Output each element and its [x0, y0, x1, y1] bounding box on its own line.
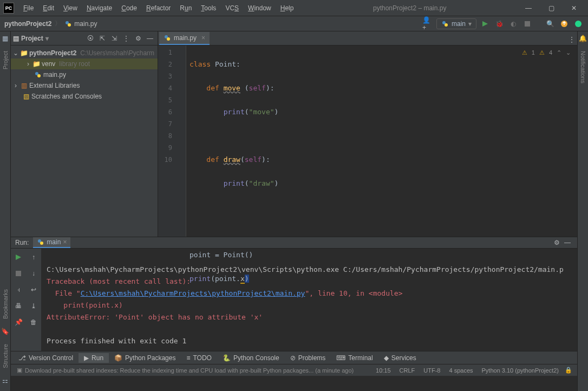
search-everywhere-button[interactable]: 🔍 — [545, 18, 556, 29]
scroll-to-end-icon[interactable]: ⤓ — [28, 301, 39, 311]
chevron-right-icon[interactable]: › — [25, 60, 31, 68]
line-number[interactable]: 9 — [158, 142, 172, 154]
line-number[interactable]: 7 — [158, 118, 172, 130]
chevron-down-icon[interactable]: ⌄ — [13, 49, 18, 57]
status-indent[interactable]: 4 spaces — [445, 367, 477, 374]
line-number[interactable]: 6 — [158, 106, 172, 118]
menu-window[interactable]: Window — [244, 3, 275, 13]
menu-tools[interactable]: Tools — [197, 3, 220, 13]
menu-file[interactable]: File — [19, 3, 37, 13]
stop-button[interactable] — [13, 268, 24, 279]
debug-button[interactable]: 🐞 — [494, 18, 505, 29]
hide-icon[interactable]: — — [145, 33, 155, 44]
breadcrumb-file[interactable]: main.py — [74, 20, 97, 28]
layout-icon[interactable]: ⫞ — [13, 284, 24, 295]
svg-rect-5 — [525, 21, 530, 27]
project-tree[interactable]: ⌄ 📁 pythonProject2 C:\Users\mshah\Pychar… — [11, 45, 158, 237]
show-options-icon[interactable]: ⋮ — [121, 33, 132, 44]
stop-button[interactable] — [522, 18, 533, 29]
line-number[interactable]: 3 — [158, 70, 172, 82]
editor-tabs-menu-icon[interactable]: ⋮ — [566, 34, 577, 45]
line-number[interactable]: 10 — [158, 154, 172, 166]
menu-navigate[interactable]: Navigate — [83, 3, 116, 13]
tree-venv[interactable]: › 📁 venv library root — [11, 58, 158, 69]
status-line-sep[interactable]: CRLF — [395, 367, 420, 374]
down-icon[interactable]: ↓ — [28, 268, 39, 279]
menu-help[interactable]: Help — [277, 3, 298, 13]
status-caret-pos[interactable]: 10:15 — [371, 367, 395, 374]
lock-icon[interactable]: 🔒 — [563, 365, 574, 376]
tw-run[interactable]: ▶Run — [79, 353, 109, 363]
add-user-icon[interactable]: 👤+ — [422, 18, 433, 29]
code-with-me-icon[interactable] — [573, 18, 584, 29]
up-icon[interactable]: ↑ — [28, 252, 39, 263]
status-encoding[interactable]: UTF-8 — [419, 367, 445, 374]
clear-all-icon[interactable]: 🗑 — [28, 317, 39, 328]
menu-vcs[interactable]: VCS — [221, 3, 243, 13]
project-tool-label[interactable]: Project — [2, 45, 9, 75]
tw-todo[interactable]: ≡TODO — [181, 353, 217, 363]
run-button[interactable] — [480, 18, 491, 29]
menu-code[interactable]: Code — [117, 3, 141, 13]
line-gutter[interactable]: 1 2 3 4 5 6 7 8 9 10 — [158, 45, 175, 237]
run-tool-title: Run: — [15, 239, 29, 246]
coverage-button[interactable]: ◐ — [508, 18, 519, 29]
menu-refactor[interactable]: Refactor — [142, 3, 174, 13]
line-number[interactable]: 8 — [158, 130, 172, 142]
minimize-button[interactable]: — — [522, 3, 535, 14]
run-configuration-selector[interactable]: main ▾ — [436, 18, 476, 29]
tw-version-control[interactable]: ⎇Version Control — [13, 353, 79, 363]
line-number[interactable]: 1 — [158, 47, 172, 58]
tree-external-libs[interactable]: › ▥ External Libraries — [11, 80, 158, 91]
code-area[interactable]: class Point: def move (self): print("mov… — [186, 45, 577, 237]
menu-run[interactable]: Run — [176, 3, 195, 13]
tw-packages[interactable]: 📦Python Packages — [109, 353, 181, 363]
editor-tab-main[interactable]: main.py × — [159, 32, 210, 45]
prev-highlight-icon[interactable]: ⌃ — [557, 47, 561, 58]
menu-view[interactable]: View — [60, 3, 81, 13]
ide-updates-icon[interactable] — [559, 18, 570, 29]
rerun-button[interactable] — [13, 252, 24, 263]
tw-terminal[interactable]: ⌨Terminal — [331, 353, 378, 363]
structure-icon[interactable]: ⚏ — [2, 377, 9, 385]
settings-icon[interactable]: ⚙ — [133, 33, 143, 44]
line-number[interactable]: 2 — [158, 58, 172, 70]
chevron-right-icon[interactable]: › — [13, 82, 18, 89]
chevron-down-icon[interactable]: ▾ — [45, 35, 49, 42]
breadcrumb[interactable]: pythonProject2 〉 main.py — [4, 19, 422, 28]
status-interpreter[interactable]: Python 3.10 (pythonProject2) — [478, 367, 563, 374]
notifications-label[interactable]: Notifications — [580, 45, 586, 89]
tree-main-file[interactable]: main.py — [11, 69, 158, 80]
soft-wrap-icon[interactable]: ↩ — [28, 284, 39, 295]
select-opened-file-icon[interactable]: ⦿ — [85, 33, 96, 44]
pin-icon[interactable]: 📌 — [13, 317, 24, 328]
menu-edit[interactable]: Edit — [39, 3, 58, 13]
close-tab-icon[interactable]: × — [63, 238, 67, 246]
tool-window-quick-access-icon[interactable]: ▣ — [14, 365, 25, 376]
notifications-icon[interactable]: 🔔 — [579, 35, 587, 42]
run-tab-main[interactable]: main × — [33, 237, 70, 248]
close-button[interactable]: ✕ — [567, 3, 580, 14]
tw-python-console[interactable]: 🐍Python Console — [217, 353, 285, 363]
project-tool-stripe[interactable]: ▦ — [2, 35, 9, 42]
breadcrumb-project[interactable]: pythonProject2 — [4, 20, 51, 28]
tw-problems[interactable]: ⊘Problems — [285, 353, 331, 363]
status-message[interactable]: Download pre-built shared indexes: Reduc… — [25, 367, 371, 374]
tree-root[interactable]: ⌄ 📁 pythonProject2 C:\Users\mshah\Pychar… — [11, 48, 158, 58]
structure-tool-label[interactable]: Structure — [2, 338, 9, 374]
collapse-all-icon[interactable]: ⇲ — [109, 33, 120, 44]
print-icon[interactable]: 🖶 — [13, 301, 24, 311]
next-highlight-icon[interactable]: ⌄ — [566, 47, 571, 58]
fold-gutter[interactable] — [175, 45, 186, 237]
line-number[interactable]: 5 — [158, 94, 172, 106]
tree-scratches[interactable]: ▧ Scratches and Consoles — [11, 91, 158, 102]
bookmarks-tool-label[interactable]: Bookmarks — [2, 284, 9, 324]
bookmark-icon[interactable]: 🔖 — [2, 328, 9, 335]
line-number[interactable]: 4 — [158, 82, 172, 94]
inspection-widget[interactable]: ⚠1 ⚠4 ⌃ ⌄ — [522, 47, 571, 58]
tw-services[interactable]: ◆Services — [378, 353, 422, 363]
close-tab-icon[interactable]: × — [201, 34, 205, 42]
maximize-button[interactable]: ▢ — [545, 3, 558, 14]
expand-all-icon[interactable]: ⇱ — [97, 33, 108, 44]
editor-body[interactable]: 1 2 3 4 5 6 7 8 9 10 class Point: def mo… — [158, 45, 577, 237]
